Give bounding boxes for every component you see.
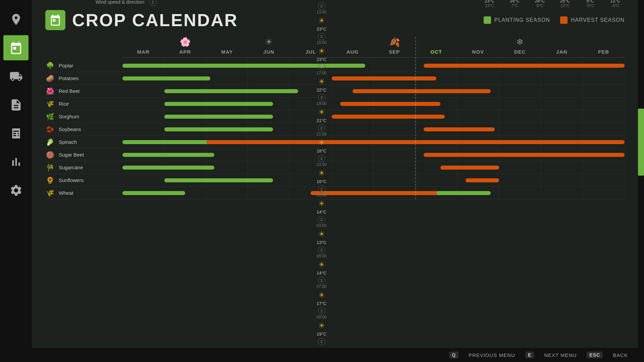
weather-current: ☀ <box>45 0 86 3</box>
main-content: CROP CALENDAR PLANTING SEASON HARVEST SE… <box>32 0 638 362</box>
sidebar-item-calendar[interactable] <box>3 35 29 60</box>
hourly-temp: 22°C <box>173 87 470 93</box>
forecast-high: 11°C <box>606 0 625 3</box>
sidebar <box>0 0 32 362</box>
wind-circle: 2 <box>318 2 325 10</box>
hourly-time: 13:00 <box>173 10 470 14</box>
weather-date-panel: OCTOBER 2 Currently: 20°C Wind speed & d… <box>96 0 163 8</box>
wind-circle: 2 <box>318 216 325 223</box>
hourly-time: 03:00 <box>173 223 470 228</box>
scrollbar-thumb[interactable] <box>638 109 644 176</box>
hourly-wind: 2 <box>173 33 470 40</box>
forecast-high: 24°C <box>505 0 524 3</box>
hourly-sun-icon: ☀ <box>173 321 470 330</box>
hourly-time: 05:00 <box>173 254 470 258</box>
e-key: E <box>525 352 534 358</box>
hourly-time: 09:00 <box>173 315 470 319</box>
hourly-temp: 17°C <box>173 301 470 306</box>
weather-section: ☀ OCTOBER 2 Currently: 20°C Wind speed &… <box>45 0 625 345</box>
hourly-wind: 2 <box>173 307 470 315</box>
forecast-col: NOV 2🌧24°C8°C <box>531 0 549 8</box>
hourly-wind: 2 <box>173 94 470 101</box>
forecast-low: -4°C <box>606 3 625 8</box>
wind-circle: 2 <box>318 155 325 162</box>
forecast-col: DEC 2🌨11°C-4°C <box>606 0 625 8</box>
forecast-high: 23°C <box>480 0 499 3</box>
hourly-wind: 2 <box>173 63 470 71</box>
hourly-col: 15:00☀23°C2 <box>173 40 470 71</box>
sidebar-item-map[interactable] <box>3 7 29 32</box>
hourly-sun-icon: ☀ <box>173 108 470 117</box>
hourly-time: 17:00 <box>173 71 470 75</box>
hourly-sun-icon: ☀ <box>173 199 470 208</box>
sidebar-item-settings[interactable] <box>3 178 29 203</box>
hourly-temp: 14°C <box>173 270 470 276</box>
forecast-col: OCT 3🌤23°C13°C <box>480 0 499 8</box>
hourly-temp: 21°C <box>173 118 470 123</box>
hourly-col: 23:00☀16°C2 <box>173 162 470 193</box>
hourly-sun-icon: ☀ <box>173 291 470 300</box>
hourly-sun-icon: ☀ <box>173 230 470 239</box>
hourly-temp: 21°C <box>173 0 470 1</box>
hourly-wind: 2 <box>173 155 470 162</box>
hourly-temp: 16°C <box>173 179 470 184</box>
forecast-high: 24°C <box>531 0 549 3</box>
forecast-low: 13°C <box>480 3 499 8</box>
wind-circle: 2 <box>318 94 325 101</box>
hourly-col: 07:00☀17°C2 <box>173 284 470 315</box>
hourly-col: 19:00☀21°C2 <box>173 101 470 132</box>
back-label[interactable]: BACK <box>613 352 628 358</box>
wind-circle: 2 <box>318 33 325 40</box>
hourly-time: 15:00 <box>173 40 470 45</box>
hourly-wind: 2 <box>173 2 470 10</box>
wind-circle: 2 <box>318 277 325 284</box>
sidebar-item-analytics[interactable] <box>3 149 29 174</box>
hourly-wind: 2 <box>173 124 470 132</box>
forecast-low: 12°C <box>556 3 574 8</box>
scrollbar[interactable] <box>638 0 644 362</box>
esc-key: ESC <box>587 352 603 358</box>
hourly-temp: 18°C <box>173 148 470 154</box>
wind-circle: 2 <box>318 307 325 315</box>
hourly-sun-icon: ☀ <box>173 77 470 86</box>
hourly-time: 07:00 <box>173 284 470 289</box>
sun-icon: ☀ <box>56 0 74 3</box>
hourly-sun-icon: ☀ <box>173 47 470 56</box>
wind-circle: 2 <box>318 185 325 193</box>
sidebar-item-reports[interactable] <box>3 92 29 117</box>
hourly-time: 21:00 <box>173 132 470 136</box>
prev-menu-label[interactable]: PREVIOUS MENU <box>469 352 515 358</box>
sidebar-item-livestock[interactable] <box>3 64 29 89</box>
sidebar-item-factory[interactable] <box>3 121 29 146</box>
hourly-wind: 2 <box>173 338 470 345</box>
hourly-wind: 2 <box>173 246 470 254</box>
hourly-sun-icon: ☀ <box>173 169 470 178</box>
hourly-col: 21:00☀18°C2 <box>173 132 470 162</box>
wind-circle: 2 <box>318 338 325 345</box>
hourly-temp: 13°C <box>173 240 470 245</box>
hourly-temp: 23°C <box>173 26 470 32</box>
forecast-col: NOV 3🌧25°C12°C <box>556 0 574 8</box>
hourly-wind: 2 <box>173 185 470 193</box>
hourly-col: 13:00☀23°C2 <box>173 10 470 40</box>
hourly-time: 23:00 <box>173 162 470 167</box>
forecast-col: NOV 1🌥24°C7°C <box>505 0 524 8</box>
q-key: Q <box>449 352 459 358</box>
forecast-high: 5°C <box>581 0 599 3</box>
forecast-low: -5°C <box>581 3 599 8</box>
hourly-col: 17:00☀22°C2 <box>173 71 470 101</box>
hourly-wind: 2 <box>173 277 470 284</box>
forecast-high: 25°C <box>556 0 574 3</box>
next-menu-label[interactable]: NEXT MENU <box>544 352 577 358</box>
hourly-sun-icon: ☀ <box>173 16 470 25</box>
bottom-nav: Q PREVIOUS MENU E NEXT MENU ESC BACK <box>32 348 638 362</box>
weather-forecast: OCT 3🌤23°C13°CNOV 1🌥24°C7°CNOV 2🌧24°C8°C… <box>480 0 625 8</box>
hourly-temp: 19°C <box>173 331 470 337</box>
hourly-col: 09:00☀19°C2 <box>173 315 470 345</box>
hourly-temp: 14°C <box>173 209 470 215</box>
forecast-low: 7°C <box>505 3 524 8</box>
hourly-sun-icon: ☀ <box>173 138 470 147</box>
wind-circle: 2 <box>318 124 325 132</box>
hourly-sun-icon: ☀ <box>173 260 470 269</box>
forecast-low: 8°C <box>531 3 549 8</box>
